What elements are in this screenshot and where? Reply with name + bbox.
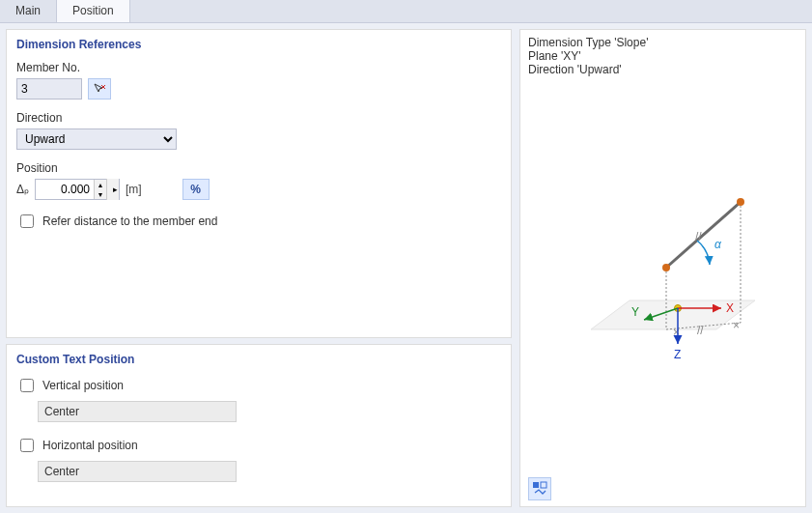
member-no-input[interactable] [16, 78, 82, 100]
horizontal-position-checkbox[interactable] [20, 439, 34, 452]
svg-line-9 [666, 202, 741, 268]
tab-position[interactable]: Position [57, 0, 130, 22]
position-value-input[interactable] [36, 180, 94, 199]
tab-main[interactable]: Main [0, 0, 57, 22]
svg-point-11 [737, 198, 744, 206]
horizontal-position-value: Center [38, 461, 237, 482]
position-spinner[interactable]: ▲ ▼ ▸ [35, 179, 120, 200]
alpha-label: α [714, 238, 722, 251]
svg-text:×: × [673, 326, 680, 339]
axis-z-label: Z [674, 348, 681, 361]
section-title: Dimension References [16, 38, 501, 51]
panel-custom-text-position: Custom Text Position Vertical position C… [6, 344, 512, 507]
panel-dimension-references: Dimension References Member No. Directio… [6, 29, 512, 338]
position-step-button[interactable]: ▸ [106, 179, 119, 200]
pick-member-icon[interactable] [88, 78, 111, 100]
svg-rect-17 [533, 482, 539, 488]
tabbar: Main Position [0, 0, 812, 23]
preview-info-plane: Plane 'XY' [528, 49, 798, 63]
vertical-position-row[interactable]: Vertical position [16, 376, 501, 395]
horizontal-position-row[interactable]: Horizontal position [16, 436, 501, 455]
refer-distance-checkbox[interactable] [20, 214, 34, 228]
direction-select[interactable]: Upward [16, 128, 177, 150]
horizontal-position-label: Horizontal position [42, 439, 138, 452]
member-no-label: Member No. [16, 61, 501, 74]
slope-diagram: × // × // α X Y Z [520, 84, 805, 477]
axis-x-label: X [726, 301, 734, 315]
svg-text:×: × [733, 319, 740, 332]
svg-rect-18 [541, 482, 546, 488]
vertical-position-checkbox[interactable] [20, 379, 34, 392]
section-title: Custom Text Position [16, 353, 501, 366]
view-options-button[interactable] [528, 477, 551, 500]
position-spin-up[interactable]: ▲ [95, 180, 106, 189]
axis-y-label: Y [631, 305, 639, 319]
svg-point-10 [662, 264, 670, 271]
vertical-position-value: Center [38, 401, 237, 422]
refer-distance-checkbox-row[interactable]: Refer distance to the member end [16, 212, 501, 231]
delta-symbol: Δₚ [16, 183, 29, 196]
position-label: Position [16, 161, 501, 175]
direction-label: Direction [16, 111, 501, 125]
vertical-position-label: Vertical position [42, 379, 124, 392]
position-spin-down[interactable]: ▼ [95, 189, 106, 199]
percent-toggle-button[interactable]: % [182, 179, 210, 200]
preview-info-direction: Direction 'Upward' [528, 63, 798, 76]
preview-info-type: Dimension Type 'Slope' [528, 36, 798, 49]
preview-panel: Dimension Type 'Slope' Plane 'XY' Direct… [519, 29, 806, 507]
svg-text://: // [697, 324, 704, 337]
position-unit: [m] [126, 183, 142, 196]
refer-distance-label: Refer distance to the member end [42, 214, 217, 228]
